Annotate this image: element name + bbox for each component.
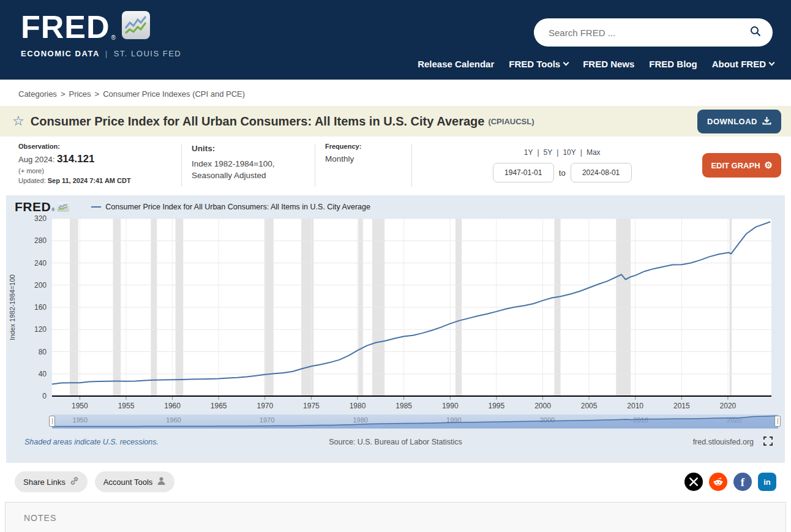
registered-mark: ® — [51, 208, 54, 212]
preset-separator: | — [537, 148, 539, 157]
logo-tagline: ECONOMIC DATA | ST. LOUIS FED — [21, 49, 181, 58]
svg-text:1950: 1950 — [72, 402, 88, 410]
preset-5y[interactable]: 5Y — [544, 148, 553, 157]
fred-site-link[interactable]: fred.stlouisfed.org — [693, 438, 754, 446]
slider-handle-right[interactable] — [774, 416, 781, 427]
divider — [411, 144, 412, 187]
search-icon[interactable] — [749, 25, 762, 40]
svg-text:240: 240 — [34, 259, 47, 268]
recession-footnote[interactable]: Shaded areas indicate U.S. recessions. — [24, 438, 159, 446]
more-observations-link[interactable]: (+ more) — [18, 167, 160, 174]
person-icon — [157, 476, 166, 487]
preset-10y[interactable]: 10Y — [563, 148, 575, 157]
svg-text:2000: 2000 — [534, 402, 551, 410]
nav-release-calendar[interactable]: Release Calendar — [418, 59, 494, 69]
social-icons: f in — [684, 473, 776, 491]
fred-logo-text: FRED — [21, 11, 110, 43]
svg-text:160: 160 — [34, 303, 47, 312]
units-value-line1: Index 1982-1984=100, — [192, 158, 294, 170]
series-meta-row: Observation: Aug 2024: 314.121 (+ more) … — [0, 137, 791, 194]
gear-icon: ⚙ — [765, 160, 773, 171]
svg-text:200: 200 — [34, 281, 47, 290]
favorite-star-icon[interactable]: ☆ — [12, 113, 24, 129]
svg-text:1965: 1965 — [211, 402, 227, 410]
search-bar[interactable] — [534, 18, 773, 47]
observation-panel: Observation: Aug 2024: 314.121 (+ more) … — [18, 143, 171, 188]
edit-graph-button[interactable]: EDIT GRAPH ⚙ — [702, 153, 781, 178]
series-id: (CPIAUCSL) — [488, 117, 534, 126]
series-title-bar: ☆ Consumer Price Index for All Urban Con… — [0, 106, 791, 137]
svg-text:120: 120 — [34, 325, 47, 334]
date-range-panel: 1Y | 5Y | 10Y | Max to — [422, 143, 702, 188]
units-label: Units: — [192, 143, 294, 155]
units-panel: Units: Index 1982-1984=100, Seasonally A… — [192, 143, 305, 188]
chevron-down-icon — [769, 60, 775, 66]
linkedin-icon[interactable]: in — [758, 473, 776, 491]
tagline-st-louis-fed: ST. LOUIS FED — [114, 49, 182, 58]
frequency-value: Monthly — [325, 153, 391, 165]
account-tools-button[interactable]: Account Tools — [95, 471, 175, 492]
main-nav: Release Calendar FRED Tools FRED News FR… — [418, 59, 774, 69]
breadcrumb-separator: > — [95, 89, 100, 99]
svg-text:80: 80 — [39, 348, 47, 356]
site-header: FRED ® ECONOMIC DATA | ST. LOUIS FED Rel… — [0, 0, 791, 80]
svg-text:1980: 1980 — [350, 402, 366, 410]
notes-label: NOTES — [24, 513, 56, 523]
nav-fred-tools[interactable]: FRED Tools — [509, 59, 568, 69]
svg-text:2020: 2020 — [720, 402, 737, 410]
breadcrumb-cpi-pce[interactable]: Consumer Price Indexes (CPI and PCE) — [103, 89, 245, 99]
notes-section[interactable]: NOTES — [5, 502, 786, 532]
preset-1y[interactable]: 1Y — [524, 148, 533, 157]
facebook-icon[interactable]: f — [733, 473, 752, 491]
share-links-button[interactable]: Share Links — [15, 471, 88, 492]
tagline-economic-data: ECONOMIC DATA — [21, 49, 100, 58]
preset-max[interactable]: Max — [587, 148, 601, 157]
fred-watermark: FRED — [15, 200, 51, 214]
fullscreen-icon[interactable] — [763, 436, 773, 448]
link-icon — [70, 476, 79, 487]
reddit-icon[interactable] — [709, 473, 727, 491]
divider — [315, 144, 315, 187]
svg-text:1955: 1955 — [118, 402, 135, 410]
time-range-slider[interactable]: 19501960197019801990200020102020 — [52, 414, 778, 429]
chart-footer: Source: U.S. Bureau of Labor Statistics … — [6, 436, 785, 448]
svg-text:320: 320 — [34, 214, 47, 223]
units-value-line2: Seasonally Adjusted — [192, 170, 294, 182]
end-date-input[interactable] — [571, 163, 632, 182]
fred-chart-logo-icon — [122, 11, 150, 39]
nav-about-fred[interactable]: About FRED — [712, 59, 774, 69]
chevron-down-icon — [563, 60, 569, 66]
svg-text:2005: 2005 — [581, 402, 598, 410]
preset-separator: | — [557, 148, 558, 157]
search-input[interactable] — [549, 28, 749, 38]
page-title: Consumer Price Index for All Urban Consu… — [31, 114, 485, 129]
x-twitter-icon[interactable] — [684, 473, 703, 491]
fred-watermark-icon — [57, 202, 69, 212]
range-presets: 1Y | 5Y | 10Y | Max — [524, 148, 601, 157]
fred-logo[interactable]: FRED ® ECONOMIC DATA | ST. LOUIS FED — [21, 11, 181, 58]
breadcrumb-separator: > — [61, 89, 66, 99]
slider-mini-chart — [52, 414, 778, 429]
registered-mark: ® — [111, 34, 116, 41]
breadcrumb-prices[interactable]: Prices — [69, 89, 91, 99]
svg-text:2015: 2015 — [673, 402, 690, 410]
tagline-separator: | — [105, 49, 108, 58]
cpi-line-chart[interactable]: 0408012016020024028032019501955196019651… — [6, 212, 785, 414]
observation-date: Aug 2024: — [18, 155, 54, 164]
start-date-input[interactable] — [493, 163, 554, 182]
legend-label: Consumer Price Index for All Urban Consu… — [105, 203, 370, 211]
frequency-panel: Frequency: Monthly — [325, 143, 402, 188]
legend-line-swatch — [91, 206, 101, 208]
nav-fred-blog[interactable]: FRED Blog — [649, 59, 697, 69]
breadcrumb: Categories > Prices > Consumer Price Ind… — [0, 80, 791, 106]
svg-text:Index 1982-1984=100: Index 1982-1984=100 — [9, 274, 16, 340]
svg-text:0: 0 — [42, 392, 47, 400]
chart-header: FRED ® Consumer Price Index for All Urba… — [6, 195, 785, 214]
observation-label: Observation: — [18, 143, 160, 150]
svg-text:1990: 1990 — [442, 402, 459, 410]
breadcrumb-categories[interactable]: Categories — [18, 89, 57, 99]
slider-handle-left[interactable] — [49, 416, 55, 427]
nav-fred-news[interactable]: FRED News — [583, 59, 634, 69]
download-button[interactable]: DOWNLOAD — [697, 110, 781, 133]
updated-value: Sep 11, 2024 7:41 AM CDT — [48, 177, 131, 184]
